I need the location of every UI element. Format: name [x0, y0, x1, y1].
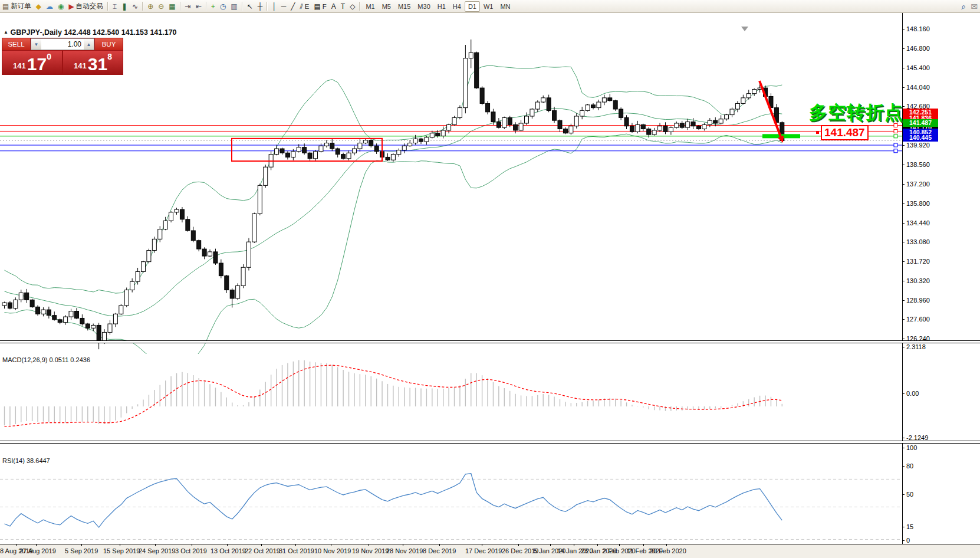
autotrade-button[interactable]: ▶自动交易 — [67, 1, 106, 11]
chat-button[interactable]: ✉ — [968, 1, 980, 11]
candle-body — [496, 122, 501, 128]
candle-body — [580, 110, 584, 116]
candle-body — [163, 221, 167, 229]
date-tick — [155, 544, 156, 546]
volume-down-button[interactable]: ▼ — [31, 39, 41, 50]
timeframe-w1[interactable]: W1 — [480, 1, 497, 12]
candle-body — [252, 214, 256, 242]
chart-shift-marker[interactable] — [741, 27, 748, 31]
date-tick — [192, 544, 192, 546]
date-tick — [81, 544, 82, 546]
chart-shift-button[interactable]: ⇤ — [193, 1, 204, 11]
candle-body — [330, 143, 334, 149]
text-button[interactable]: A — [329, 1, 338, 11]
volume-input[interactable] — [41, 39, 84, 50]
date-label: 19 Nov 2019 — [352, 547, 389, 554]
timeframe-d1[interactable]: D1 — [465, 1, 480, 12]
turning-point-annotation[interactable]: 多空转折点 — [809, 100, 903, 125]
candlestick-chart-button[interactable]: ❚ — [119, 1, 130, 11]
candle-body — [691, 122, 695, 126]
zoom-in-button[interactable]: ⊕ — [145, 1, 156, 11]
templates-button[interactable]: ▥ — [228, 1, 239, 11]
auto-scroll-button[interactable]: ⇥ — [183, 1, 193, 11]
horizontal-line-button[interactable]: ─ — [279, 1, 289, 11]
text-label-button[interactable]: T — [338, 1, 347, 11]
collapse-arrow-icon[interactable]: ▲ — [4, 29, 8, 35]
candle-body — [180, 209, 184, 219]
hline-handle[interactable] — [894, 134, 897, 138]
new-order-button[interactable]: ▤新订单 — [0, 1, 34, 11]
hline-handle[interactable] — [894, 129, 897, 133]
terminal-window: ▤新订单◆☁◉▶自动交易⌶❚∿⊕⊖▦⇥⇤+◷▥↖┼│─╱⫽E▤FAT◇M1M5M… — [0, 0, 980, 558]
cursor-button[interactable]: ↖ — [245, 1, 255, 11]
hline-handle[interactable] — [894, 143, 897, 147]
timeframe-mn[interactable]: MN — [496, 1, 514, 12]
date-tick — [36, 544, 37, 546]
shapes-button[interactable]: ◇ — [347, 1, 357, 11]
price-tick-label: 134.440 — [906, 219, 930, 227]
timeframe-m1[interactable]: M1 — [362, 1, 378, 12]
candle-body — [124, 290, 129, 306]
bar-chart-button[interactable]: ⌶ — [110, 1, 119, 11]
candle-body — [264, 167, 268, 185]
price-tick-label: 144.040 — [906, 84, 930, 91]
timeframe-m15[interactable]: M15 — [394, 1, 414, 12]
sell-button[interactable]: SELL — [2, 38, 30, 50]
candle-body — [425, 137, 429, 142]
timeframe-m5[interactable]: M5 — [379, 1, 394, 12]
date-tick — [619, 544, 620, 546]
candle-body — [341, 155, 346, 159]
price-callout-label[interactable]: 141.487 — [821, 125, 869, 140]
rsi-pane[interactable] — [0, 455, 902, 557]
crosshair-button[interactable]: ┼ — [255, 1, 265, 11]
candle-body — [25, 293, 29, 300]
candle-body — [158, 229, 162, 239]
zoom-out-button[interactable]: ⊖ — [156, 1, 166, 11]
add-indicator-button[interactable]: + — [209, 1, 218, 11]
buy-price-display[interactable]: 141 31 8 — [63, 51, 123, 74]
date-tick — [574, 544, 574, 546]
candle-body — [8, 303, 12, 308]
search-button[interactable]: ⌕ — [959, 1, 968, 11]
vertical-line-button[interactable]: │ — [269, 1, 279, 11]
hline-handle[interactable] — [894, 149, 897, 153]
candle-body — [52, 316, 57, 320]
crosshair-icon: ┼ — [258, 3, 263, 10]
autotrade-label: 自动交易 — [76, 2, 103, 11]
candle-body — [347, 153, 351, 159]
candle-body — [36, 307, 40, 314]
signal-button[interactable]: ◉ — [55, 1, 66, 11]
timeframe-h4[interactable]: H4 — [449, 1, 465, 12]
time-axis[interactable]: 8 Aug 201927 Aug 20195 Sep 201915 Sep 20… — [0, 544, 980, 558]
candle-body — [213, 252, 218, 263]
date-tick — [295, 544, 296, 546]
trendline-button[interactable]: ╱ — [288, 1, 297, 11]
candle-body — [175, 209, 179, 212]
equidistant-channel-button[interactable]: ⫽E — [297, 1, 311, 11]
candle-body — [408, 143, 412, 146]
candle-body — [352, 149, 356, 153]
buy-price-big: 31 — [88, 56, 107, 73]
fibonacci-button[interactable]: ▤F — [311, 1, 328, 11]
pane-separator[interactable] — [0, 441, 980, 444]
date-tick — [403, 544, 403, 546]
date-label: 10 Nov 2019 — [314, 547, 351, 554]
timeframe-h1[interactable]: H1 — [434, 1, 449, 12]
rsi-axis-label: 15 — [906, 523, 913, 530]
pane-separator[interactable] — [0, 340, 980, 343]
market-profile-button[interactable]: ☁ — [44, 1, 55, 11]
tile-windows-button[interactable]: ▦ — [166, 1, 177, 11]
main-price-pane[interactable] — [0, 26, 902, 354]
autotrade-icon: ▶ — [69, 3, 74, 10]
sell-price-display[interactable]: 141 17 0 — [2, 51, 62, 74]
consolidation-rectangle[interactable] — [232, 139, 382, 161]
funnel-button[interactable]: ◆ — [34, 1, 44, 11]
periods-clock-button[interactable]: ◷ — [218, 1, 228, 11]
macd-pane[interactable] — [0, 355, 902, 454]
timeframe-m30[interactable]: M30 — [414, 1, 433, 12]
candle-body — [219, 263, 223, 276]
candle-body — [91, 325, 96, 328]
buy-button[interactable]: BUY — [95, 38, 123, 50]
line-chart-button[interactable]: ∿ — [130, 1, 140, 11]
volume-up-button[interactable]: ▲ — [84, 39, 94, 50]
